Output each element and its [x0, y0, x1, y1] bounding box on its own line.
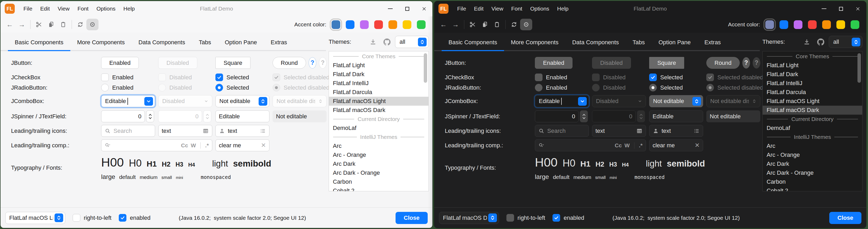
theme-list-item[interactable]: Arc Dark [763, 160, 862, 168]
radio-enabled[interactable]: Enabled [101, 84, 155, 91]
theme-list-item[interactable]: DemoLaf [329, 123, 429, 133]
theme-list-item[interactable]: Arc Dark - Orange [763, 168, 862, 177]
theme-list-item[interactable]: FlatLaf Light [763, 61, 862, 70]
theme-list-item[interactable]: Arc [763, 142, 862, 150]
combobox-arrow-button[interactable] [692, 97, 701, 106]
combobox-editable[interactable]: Editable [101, 95, 155, 107]
accent-swatch-purple[interactable] [794, 20, 802, 29]
accent-swatch-green[interactable] [417, 20, 426, 29]
forward-button[interactable]: → [16, 19, 28, 30]
checkbox-selected[interactable]: Selected [215, 74, 270, 81]
menu-options[interactable]: Options [92, 4, 119, 14]
refresh-button[interactable] [74, 19, 86, 30]
themes-filter-combobox[interactable]: all [829, 36, 863, 48]
combobox-arrow-button[interactable] [488, 213, 497, 222]
accent-swatch-blue[interactable] [346, 20, 354, 29]
theme-list-item[interactable]: Cobalt 2 [329, 186, 429, 191]
theme-list-item[interactable]: DemoLaf [763, 123, 862, 133]
cut-button[interactable] [33, 19, 45, 30]
theme-list-item[interactable]: FlatLaf macOS Dark [763, 106, 862, 115]
theme-list-item[interactable]: FlatLaf Darcula [763, 88, 862, 97]
spinner-arrows[interactable] [580, 110, 588, 122]
tab-option-pane[interactable]: Option Pane [652, 39, 698, 51]
text-field-person-list[interactable]: text [215, 125, 270, 137]
spinner-field[interactable]: 0 [101, 110, 145, 122]
close-button[interactable] [849, 1, 866, 16]
tab-extras[interactable]: Extras [264, 39, 294, 51]
right-to-left-checkbox[interactable]: right-to-left [506, 214, 545, 222]
text-field-calendar[interactable]: text [158, 125, 212, 137]
combobox-arrow-button[interactable] [418, 38, 427, 47]
theme-list-item[interactable]: Arc Dark [329, 160, 429, 168]
menu-file[interactable]: File [453, 4, 470, 14]
clearable-field[interactable]: clear me ✕ [649, 139, 703, 151]
back-button[interactable]: ← [4, 19, 16, 30]
combobox-arrow-button[interactable] [578, 97, 587, 106]
laf-combobox[interactable]: FlatLaf macOS Li... [5, 212, 65, 224]
copy-button[interactable] [45, 19, 57, 30]
square-button[interactable]: Square [649, 57, 684, 69]
search-field-with-options[interactable]: Cc W .* [535, 139, 646, 151]
scrollbar-thumb[interactable] [424, 53, 427, 83]
checkbox-enabled[interactable]: Enabled [535, 74, 589, 81]
theme-list-item[interactable]: FlatLaf macOS Light [329, 97, 429, 106]
accent-swatch-orange[interactable] [822, 20, 831, 29]
accent-swatch-orange[interactable] [389, 20, 397, 29]
square-button[interactable]: Square [215, 57, 250, 69]
menu-view[interactable]: View [488, 4, 507, 14]
menu-font[interactable]: Font [507, 4, 526, 14]
tab-basic-components[interactable]: Basic Components [442, 39, 504, 51]
theme-list-item[interactable]: Arc Dark - Orange [329, 168, 429, 177]
maximize-button[interactable] [399, 1, 415, 16]
search-with-dropdown-icon[interactable] [538, 142, 545, 149]
clear-icon[interactable]: ✕ [261, 142, 266, 149]
combobox-not-editable[interactable]: Not editable [215, 95, 270, 107]
clearable-field[interactable]: clear me ✕ [215, 139, 270, 151]
match-case-button[interactable]: Cc [615, 142, 622, 149]
spinner-arrows[interactable] [146, 110, 154, 122]
help-button[interactable]: ? [309, 57, 316, 68]
theme-list-item[interactable]: FlatLaf macOS Light [763, 97, 862, 106]
inspect-toggle-button[interactable] [86, 19, 98, 30]
radio-selected[interactable]: Selected [649, 84, 703, 91]
enabled-checkbox[interactable]: enabled [119, 214, 150, 222]
combobox-arrow-button[interactable] [258, 97, 267, 106]
theme-list-item[interactable]: FlatLaf Darcula [329, 88, 429, 97]
minimize-button[interactable] [382, 1, 399, 16]
theme-list-item[interactable]: Arc [329, 142, 429, 150]
clear-icon[interactable]: ✕ [695, 142, 700, 149]
tab-data-components[interactable]: Data Components [565, 39, 626, 51]
accent-swatch-red[interactable] [374, 20, 383, 29]
theme-list-item[interactable]: Cobalt 2 [763, 186, 862, 191]
theme-list-item[interactable]: FlatLaf Light [329, 61, 429, 70]
close-demo-button[interactable]: Close [396, 212, 428, 224]
download-themes-button[interactable] [801, 36, 812, 48]
spinner-field[interactable]: 0 [535, 110, 579, 122]
menu-help[interactable]: Help [553, 4, 572, 14]
calendar-icon[interactable] [636, 128, 643, 134]
menu-view[interactable]: View [54, 4, 73, 14]
accent-swatch-purple[interactable] [360, 20, 369, 29]
regex-button[interactable]: .* [205, 142, 209, 149]
refresh-button[interactable] [508, 19, 520, 30]
help-button[interactable]: ? [742, 57, 750, 68]
theme-list-item[interactable]: Carbon [329, 177, 429, 186]
close-button[interactable] [415, 1, 432, 16]
github-button[interactable] [815, 36, 827, 48]
theme-list-item[interactable]: FlatLaf Dark [329, 70, 429, 79]
calendar-icon[interactable] [203, 128, 209, 134]
back-button[interactable]: ← [437, 19, 450, 30]
theme-list-item[interactable]: Arc - Orange [329, 150, 429, 160]
combobox-arrow-button[interactable] [55, 213, 63, 222]
accent-swatch-red[interactable] [808, 20, 817, 29]
menu-file[interactable]: File [20, 4, 36, 14]
right-to-left-checkbox[interactable]: right-to-left [73, 214, 112, 222]
menu-font[interactable]: Font [73, 4, 92, 14]
regex-button[interactable]: .* [639, 142, 643, 149]
paste-button[interactable] [57, 19, 69, 30]
match-case-button[interactable]: Cc [181, 142, 188, 149]
combobox-not-editable[interactable]: Not editable [649, 95, 703, 107]
minimize-button[interactable] [815, 1, 832, 16]
checkbox-selected[interactable]: Selected [649, 74, 703, 81]
enabled-checkbox[interactable]: enabled [553, 214, 584, 222]
